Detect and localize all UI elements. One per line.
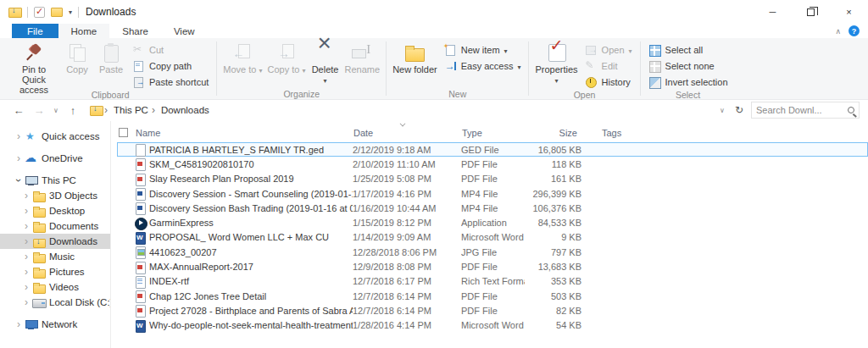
search-box[interactable]	[751, 102, 860, 119]
sidebar-item[interactable]: Videos	[0, 279, 110, 295]
file-name: Why-do-people-not-seek-mental-health-tre…	[149, 320, 353, 330]
sidebar-item[interactable]: Local Disk (C:)	[0, 295, 110, 310]
ribbon-tab[interactable]: File	[12, 24, 58, 38]
file-row[interactable]: Why-do-people-not-seek-mental-health-tre…	[117, 318, 868, 333]
minimize-button[interactable]: ─	[754, 0, 792, 24]
sidebar-item[interactable]: Quick access	[0, 129, 110, 144]
copy-path-button[interactable]: Copy path	[128, 58, 213, 74]
invert-selection-button[interactable]: Invert selection	[644, 75, 732, 90]
ribbon-group-select: Select all Select none Invert selection …	[642, 38, 735, 99]
file-row[interactable]: GarminExpress 1/15/2019 8:12 PM Applicat…	[117, 215, 868, 229]
forward-button[interactable]: →	[31, 104, 47, 117]
sidebar-item[interactable]: OneDrive	[0, 151, 110, 166]
expand-chevron-icon[interactable]	[14, 132, 23, 141]
ribbon-tab[interactable]: Home	[58, 24, 110, 38]
recent-locations-dropdown-icon[interactable]: ∨	[51, 107, 61, 114]
expand-chevron-icon[interactable]	[22, 207, 31, 215]
sidebar-item-label: 3D Objects	[49, 191, 97, 201]
help-icon[interactable]: ?	[849, 25, 860, 36]
new-item-button[interactable]: New item	[440, 42, 526, 58]
file-row[interactable]: Discovery Session Bash Trading (2019-01-…	[117, 201, 868, 215]
maximize-button[interactable]	[792, 0, 830, 24]
file-date: 1/17/2019 4:16 PM	[353, 189, 461, 199]
sidebar-item-label: Documents	[49, 221, 98, 231]
cut-button[interactable]: Cut	[128, 42, 213, 58]
dropdown-caret-icon	[259, 64, 263, 75]
file-row[interactable]: PROPOSAL_ Word Women LLC + Max CU 1/14/2…	[117, 230, 868, 245]
back-button[interactable]: ←	[10, 104, 27, 117]
address-dropdown-icon[interactable]: ∨	[717, 107, 727, 114]
refresh-icon[interactable]: ↻	[733, 104, 745, 116]
rename-button[interactable]: Rename	[342, 40, 383, 89]
close-button[interactable]: ×	[830, 0, 868, 24]
file-row[interactable]: 4410623_00207 12/28/2018 8:06 PM JPG Fil…	[117, 245, 868, 259]
ribbon-group-new: New folder New item Easy access New	[387, 38, 527, 99]
expand-chevron-icon[interactable]	[14, 320, 23, 329]
qat-properties-icon[interactable]	[34, 7, 45, 18]
expand-chevron-icon[interactable]	[22, 298, 31, 307]
breadcrumb-item[interactable]: Downloads	[150, 104, 211, 116]
file-row[interactable]: INDEX-rtf 12/7/2018 6:17 PM Rich Text Fo…	[117, 274, 868, 289]
search-input[interactable]	[756, 105, 848, 115]
column-header-date[interactable]: Date	[352, 128, 460, 138]
ribbon-tab[interactable]: Share	[109, 24, 161, 38]
sidebar-item[interactable]: Documents	[0, 218, 110, 234]
file-size: 503 KB	[525, 291, 581, 301]
expand-chevron-icon[interactable]	[14, 176, 23, 185]
select-all-checkbox[interactable]	[119, 128, 128, 137]
open-button[interactable]: Open	[581, 42, 637, 58]
column-header-size[interactable]: Size	[524, 128, 581, 138]
column-header-type[interactable]: Type	[460, 128, 524, 138]
sidebar-item[interactable]: 3D Objects	[0, 188, 110, 203]
search-icon[interactable]	[848, 107, 854, 113]
expand-chevron-icon[interactable]	[22, 191, 31, 200]
expand-chevron-icon[interactable]	[22, 237, 31, 246]
new-folder-button[interactable]: New folder	[390, 40, 440, 89]
paste-shortcut-button[interactable]: Paste shortcut	[128, 75, 213, 90]
file-row[interactable]: Chap 12C Jones Tree Detail 12/7/2018 6:1…	[117, 289, 868, 303]
sidebar-item[interactable]: This PC	[0, 173, 110, 188]
sidebar-item[interactable]: Network	[0, 317, 110, 332]
copy-button[interactable]: Copy	[60, 40, 94, 89]
sidebar-item[interactable]: Pictures	[0, 264, 110, 279]
expand-chevron-icon[interactable]	[14, 154, 23, 163]
easy-access-button[interactable]: Easy access	[440, 58, 526, 74]
column-header-name[interactable]: Name	[134, 128, 352, 138]
delete-button[interactable]: Delete	[309, 40, 342, 89]
breadcrumb-item[interactable]: This PC	[103, 104, 150, 116]
file-row[interactable]: PATRICIA B HARTLEY_S FAMILY TR.ged 2/12/…	[117, 142, 868, 157]
copy-to-button[interactable]: Copy to	[265, 40, 309, 89]
select-none-button[interactable]: Select none	[644, 58, 732, 74]
expand-chevron-icon[interactable]	[22, 268, 31, 276]
sidebar-item-icon	[32, 190, 47, 202]
sidebar-item[interactable]: Music	[0, 249, 110, 264]
file-row[interactable]: Slay Research Plan Proposal 2019 1/25/20…	[117, 172, 868, 186]
qat-customize-dropdown-icon[interactable]: ▾	[69, 8, 72, 16]
ribbon-tab[interactable]: View	[161, 24, 208, 38]
file-row[interactable]: Project 27028 - Birthplace and Parents o…	[117, 303, 868, 318]
edit-button[interactable]: Edit	[581, 58, 637, 74]
move-to-button[interactable]: Move to	[220, 40, 264, 89]
ribbon-tab-label: File	[27, 26, 43, 36]
collapse-ribbon-icon[interactable]: ∧	[835, 27, 841, 36]
file-size: 353 KB	[525, 276, 581, 286]
pin-to-quick-access-button[interactable]: Pin to Quick access	[8, 40, 60, 89]
file-row[interactable]: SKM_C45819020810170 2/10/2019 11:10 AM P…	[117, 157, 868, 171]
properties-button[interactable]: Properties	[532, 40, 580, 89]
breadcrumb[interactable]: This PC Downloads	[90, 102, 714, 119]
select-none-label: Select none	[665, 61, 715, 71]
expand-chevron-icon[interactable]	[22, 222, 31, 230]
sidebar-item[interactable]: Desktop	[0, 203, 110, 218]
select-all-button[interactable]: Select all	[644, 42, 732, 58]
expand-chevron-icon[interactable]	[22, 252, 31, 261]
sidebar-item[interactable]: Downloads	[0, 234, 110, 249]
column-header-tags[interactable]: Tags	[600, 128, 668, 138]
history-button[interactable]: History	[581, 75, 637, 90]
copy-path-icon	[132, 60, 145, 72]
expand-chevron-icon[interactable]	[22, 283, 31, 291]
file-row[interactable]: Discovery Session - Smart Counseling (20…	[117, 186, 868, 201]
qat-new-folder-icon[interactable]	[51, 8, 63, 17]
paste-button[interactable]: Paste	[94, 40, 128, 89]
file-row[interactable]: MAX-AnnualReport-2017 12/9/2018 8:08 PM …	[117, 259, 868, 273]
up-button[interactable]: ↑	[64, 104, 81, 117]
